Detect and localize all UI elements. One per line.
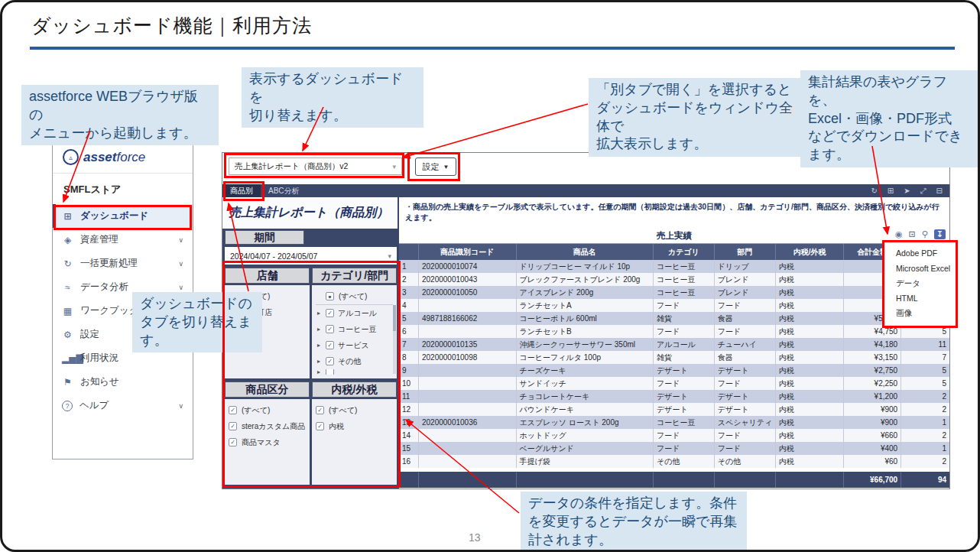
expander-icon[interactable]: ▸ [317, 358, 322, 365]
sidebar-item-help[interactable]: ? ヘルプ ∨ [53, 394, 193, 417]
menu-item-label: お知らせ [80, 375, 119, 388]
checkbox-icon[interactable] [229, 406, 237, 414]
pointer-icon[interactable]: ➤ [904, 187, 910, 195]
fullscreen-icon[interactable]: ⤢ [920, 187, 926, 196]
table-row[interactable]: 8 2020000010098 コーヒーフィルタ 100p 雑貨 食器 内税 ¥… [399, 351, 949, 364]
checkbox-icon[interactable] [326, 309, 334, 317]
sidebar-item-news[interactable]: ⚑ お知らせ [53, 370, 193, 394]
export-box-icon[interactable]: ⊡ [909, 229, 916, 239]
table-row[interactable]: 14 ホットドッグ フード フード 内税 ¥660 2 [399, 429, 949, 442]
chevron-down-icon: ▼ [443, 164, 449, 170]
search-icon[interactable]: ⚲ [922, 229, 928, 239]
table-row[interactable]: 5 4987188166062 コーヒーボトル 600ml 雑貨 食器 内税 ¥… [399, 312, 949, 325]
checkbox-icon[interactable] [326, 325, 334, 333]
callout-download: 集計結果の表やグラフを、 Excel・画像・PDF形式 などでダウンロードでき … [800, 70, 978, 167]
export-menu-item[interactable]: Adobe PDF [884, 246, 956, 261]
menu-item-icon: ◈ [62, 235, 73, 245]
shop-header: 店舗 [225, 268, 310, 284]
export-menu-item[interactable]: Microsoft Excel [884, 261, 956, 277]
checkbox-icon[interactable] [229, 422, 237, 430]
table-row[interactable]: 2 2020000010043 ブレックファーストブレンド 200g コーヒー豆… [399, 273, 949, 286]
dashboard-tabbar: 商品別 ABC分析 ↻ ⊞ ➤ ⤢ ⊟ [222, 184, 949, 197]
menu-item-label: 利用状況 [80, 352, 118, 365]
checkbox-icon[interactable] [326, 357, 334, 365]
table-row[interactable]: 7 2020000010135 沖縄シークヮーサーサワー 350ml アルコール… [399, 338, 949, 351]
table-row[interactable]: 1 2020000010074 ドリップコーヒー マイルド 10p コーヒー豆 … [399, 260, 949, 273]
refresh-icon[interactable]: ↻ [871, 187, 877, 195]
sidebar-item-assets[interactable]: ◈ 資産管理 ∨ [53, 228, 193, 252]
store-name: SMFLストア [53, 174, 193, 204]
menu-item-icon: ≈ [62, 282, 73, 293]
category-tree-item[interactable]: ▸ コーヒー豆 [316, 321, 393, 337]
expander-icon[interactable]: ▸ [317, 326, 322, 333]
dashboard-window: 売上集計レポート（商品別）v2 ▾ 設定 ▼ 商品別 ABC分析 [222, 152, 950, 489]
total-quantity: 94 [901, 472, 949, 488]
table-row[interactable]: 16 手提げ袋 その他 その他 内税 ¥60 2 [399, 455, 949, 468]
date-range-picker[interactable]: 2024/04/07 - 2024/05/07 ▾ [225, 247, 397, 265]
description-line-1: ・商品別の売上実績をテーブル形式で表示しています。任意の期間（初期設定は過去30… [405, 202, 943, 223]
sidebar-item-dashboard[interactable]: ⊞ ダッシュボード [53, 204, 193, 228]
assetforce-logo-icon: ▵ [63, 149, 79, 165]
menu-item-icon: ⚑ [62, 377, 73, 388]
category-tree-item[interactable]: ▸ アルコール [316, 305, 393, 321]
table-body: 1 2020000010074 ドリップコーヒー マイルド 10p コーヒー豆 … [399, 260, 949, 468]
date-range-value: 2024/04/07 - 2024/05/07 [230, 252, 317, 261]
menu-item-icon: ↻ [62, 258, 73, 269]
chevron-down-icon: ▾ [392, 163, 396, 170]
menu-item-label: 一括更新処理 [80, 257, 138, 270]
category-all-option[interactable]: (すべて) [316, 288, 393, 305]
expander-icon[interactable]: ▸ [317, 369, 322, 375]
chevron-down-icon: ▾ [388, 252, 391, 260]
menu-item-icon: ? [62, 401, 73, 411]
monitor-icon[interactable]: ⊟ [936, 187, 943, 195]
expander-icon[interactable]: ▸ [317, 342, 322, 349]
menu-item-icon: ▂▅▇ [62, 353, 73, 364]
settings-button[interactable]: 設定 ▼ [415, 157, 456, 176]
product-class-option[interactable]: steraカスタム商品 [229, 418, 306, 434]
checkbox-icon[interactable] [326, 369, 334, 375]
tabbar-icons: ↻ ⊞ ➤ ⤢ ⊟ [871, 184, 949, 197]
checkbox-indeterminate-icon[interactable] [326, 292, 334, 300]
title-rule [30, 47, 955, 50]
expander-icon[interactable]: ▸ [317, 310, 322, 317]
open-new-tab-icon[interactable]: ⊞ [888, 187, 894, 195]
table-row[interactable]: 13 2020000010036 エスプレッソ ロースト 200g コーヒー豆 … [399, 416, 949, 429]
table-row[interactable]: 11 チョコレートケーキ デザート デザート 内税 ¥1,200 2 [399, 390, 949, 403]
export-menu-item[interactable]: 画像 [884, 306, 956, 321]
product-class-option[interactable]: 商品マスタ [229, 434, 306, 450]
checkbox-icon[interactable] [316, 422, 324, 430]
category-tree-item[interactable]: ▸ サービス [316, 337, 393, 353]
eye-icon[interactable]: ◉ [895, 229, 903, 239]
export-menu-item[interactable]: HTML [884, 291, 956, 307]
checkbox-icon[interactable] [316, 406, 324, 414]
table-row[interactable]: 3 2020000010050 アイスブレンド 200g コーヒー豆 ブレンド … [399, 286, 949, 299]
table-row[interactable]: 12 パウンドケーキ デザート デザート 内税 ¥900 2 [399, 403, 949, 416]
category-filter-list: (すべて) ▸ アルコール [312, 285, 397, 378]
dashboard-tab[interactable]: ABC分析 [261, 184, 307, 197]
product-class-option[interactable]: (すべて) [229, 402, 306, 418]
scrollbar[interactable] [393, 305, 396, 374]
category-tree-item[interactable]: ▸ [316, 369, 393, 375]
dashboard-selector[interactable]: 売上集計レポート（商品別）v2 ▾ [229, 157, 402, 175]
menu-item-label: データ分析 [80, 281, 128, 294]
checkbox-icon[interactable] [229, 438, 237, 446]
callout-open-tab: 「別タブで開く」を選択すると ダッシュボードをウィンドウ全体で 拡大表示します。 [589, 78, 804, 157]
table-row[interactable]: 6 ランチセットB フード フード 内税 ¥4,750 5 [399, 325, 949, 338]
table-row[interactable]: 15 ベーグルサンド フード フード 内税 ¥400 1 [399, 442, 949, 455]
category-tree-item[interactable]: ▸ その他 [316, 353, 393, 369]
export-menu-item[interactable]: データ [884, 276, 956, 291]
product-class-header: 商品区分 [225, 382, 310, 398]
table-row[interactable]: 4 ランチセットA フード フード 内税 ¥ [399, 299, 949, 312]
dashboard-tab[interactable]: 商品別 [222, 184, 261, 197]
tax-option[interactable]: (すべて) [316, 402, 393, 418]
chevron-down-icon: ∨ [178, 402, 183, 410]
period-header: 期間 [225, 230, 304, 245]
checkbox-icon[interactable] [326, 341, 334, 349]
table-row[interactable]: 9 チーズケーキ デザート デザート 内税 ¥2,750 5 [399, 364, 949, 377]
sidebar-item-batch-update[interactable]: ↻ 一括更新処理 ∨ [53, 252, 193, 275]
tax-option[interactable]: 内税 [316, 418, 393, 434]
table-toolbar: ◉ ⊡ ⚲ ↧ [895, 229, 946, 239]
download-icon[interactable]: ↧ [934, 229, 946, 239]
table-title: 売上実績 [657, 230, 692, 242]
table-row[interactable]: 10 サンドイッチ フード フード 内税 ¥2,250 5 [399, 377, 949, 390]
